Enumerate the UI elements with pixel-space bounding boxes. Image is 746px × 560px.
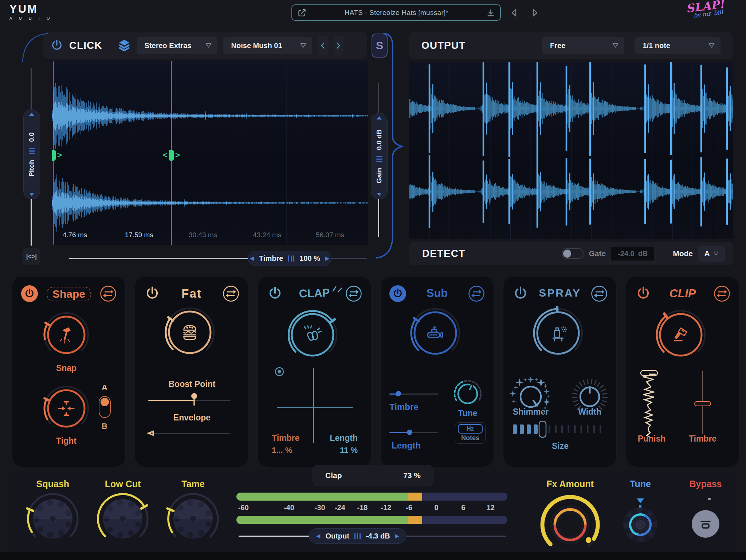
sub-length-slider[interactable] <box>389 430 438 436</box>
click-bank-value: Stereo Extras <box>145 42 192 50</box>
notes-option[interactable]: Notes <box>461 434 479 442</box>
shape-ab-toggle[interactable] <box>99 396 111 418</box>
bypass-button[interactable] <box>692 510 719 538</box>
sample-end-marker[interactable]: < > <box>171 61 172 245</box>
increment-arrow[interactable]: ▶ <box>395 533 400 539</box>
increment-arrow[interactable]: ▶ <box>325 255 330 262</box>
clip-timbre-slider[interactable] <box>694 371 712 434</box>
selected-module-readout[interactable]: Clap 73 % <box>313 465 433 486</box>
fat-swap-icon[interactable] <box>223 285 239 302</box>
preset-bar[interactable]: HATS - Stereoize Hats [mussar]* <box>291 4 501 21</box>
tune-knob[interactable] <box>619 503 662 547</box>
tight-knob[interactable] <box>42 384 91 433</box>
click-power-button[interactable] <box>50 39 63 52</box>
marker-handle[interactable] <box>52 150 56 161</box>
clap-power-button[interactable] <box>267 285 283 302</box>
mode-dropdown[interactable]: A <box>698 246 725 262</box>
fit-zoom-button[interactable]: |<>| <box>23 248 40 265</box>
clap-swap-icon[interactable] <box>345 285 362 302</box>
corner-arc-decoration <box>20 31 50 63</box>
shape-swap-icon[interactable] <box>100 285 117 302</box>
hz-notes-toggle[interactable]: Hz Notes <box>455 422 486 444</box>
sub-swap-icon[interactable] <box>468 285 485 302</box>
clip-knob[interactable] <box>653 308 708 362</box>
preset-name[interactable]: HATS - Stereoize Hats [mussar]* <box>307 9 486 17</box>
shape-power-button[interactable] <box>21 285 38 302</box>
slap-logo: SLAP! by mr. bill <box>686 0 726 19</box>
sample-prev-button[interactable] <box>318 36 328 55</box>
clip-timbre-label: Timbre <box>677 434 728 444</box>
preset-prev-button[interactable] <box>509 7 520 18</box>
output-note-dropdown[interactable]: 1/1 note <box>635 37 721 54</box>
click-waveform-display[interactable]: < > < > 4.76 ms17.59 ms30.43 ms43.24 ms5… <box>52 61 368 245</box>
gate-threshold-field[interactable]: -24.0 dB <box>611 246 655 261</box>
hz-option[interactable]: Hz <box>458 424 483 434</box>
envelope-label: Envelope <box>135 413 249 423</box>
gain-grip <box>376 156 382 162</box>
pitch-label: Pitch <box>28 160 36 176</box>
clap-knob[interactable] <box>285 308 340 362</box>
output-gain-slider[interactable]: ◀ Output -4.3 dB ▶ <box>309 528 407 544</box>
module-fat: Fat Boost Point Envelope <box>135 276 248 467</box>
meter-tick: -18 <box>357 504 368 512</box>
output-rate-dropdown[interactable]: Free <box>542 37 624 54</box>
gate-toggle[interactable] <box>562 248 584 259</box>
spray-swap-icon[interactable] <box>591 285 608 302</box>
clip-swap-icon[interactable] <box>714 285 730 302</box>
gain-slider[interactable]: Gain 0.0 dB <box>371 113 388 199</box>
clap-xy-pad[interactable] <box>272 366 356 444</box>
slider-dot-handle[interactable] <box>407 430 412 435</box>
clap-timbre-label: Timbre <box>272 433 299 443</box>
triangle-handle[interactable] <box>145 430 156 438</box>
clap-length-value: 11 % <box>340 446 358 455</box>
fx-amount-knob[interactable] <box>537 492 603 557</box>
sub-knob[interactable] <box>408 306 463 360</box>
pin-handle[interactable] <box>190 392 199 407</box>
fat-knob[interactable] <box>162 305 217 360</box>
brand-name: YUM <box>9 3 52 15</box>
gain-down-arrow[interactable] <box>377 193 382 196</box>
gate-value: -24.0 <box>618 250 635 258</box>
lowcut-knob[interactable] <box>94 490 152 548</box>
slider-dot-handle[interactable] <box>396 391 401 396</box>
decrement-arrow[interactable]: ◀ <box>250 255 254 262</box>
punish-slider[interactable] <box>636 368 667 445</box>
size-stepper[interactable] <box>511 419 610 439</box>
click-timbre-slider[interactable]: ◀ Timbre 100 % ▶ <box>248 251 331 266</box>
preset-next-button[interactable] <box>529 7 540 18</box>
sample-next-button[interactable] <box>334 36 343 55</box>
download-icon[interactable] <box>486 8 495 17</box>
decrement-arrow[interactable]: ◀ <box>316 533 321 539</box>
sub-tune-knob[interactable] <box>448 374 488 414</box>
layers-icon[interactable] <box>118 39 131 52</box>
tame-knob[interactable] <box>164 490 222 548</box>
snap-knob[interactable] <box>42 310 91 360</box>
pitch-up-arrow[interactable] <box>29 113 34 116</box>
pitch-down-arrow[interactable] <box>29 193 34 196</box>
module-sub: Sub Timbre Tune Hz Notes <box>380 276 494 467</box>
slider-pill-handle[interactable] <box>694 401 711 406</box>
marker-handle[interactable] <box>169 150 174 161</box>
fat-power-button[interactable] <box>144 285 161 302</box>
envelope-slider[interactable] <box>148 430 231 438</box>
time-label: 17.59 ms <box>125 231 153 239</box>
ab-toggle-ball[interactable] <box>101 398 109 406</box>
gate-toggle-knob[interactable] <box>563 250 571 258</box>
gate-unit: dB <box>638 250 648 258</box>
chevron-down-icon <box>708 43 715 48</box>
spray-power-button[interactable] <box>512 285 529 302</box>
squash-knob[interactable] <box>24 490 82 548</box>
pitch-slider[interactable]: Pitch 0.0 <box>23 109 40 199</box>
squash-label: Squash <box>24 479 82 489</box>
sub-power-button[interactable] <box>389 285 406 302</box>
gain-up-arrow[interactable] <box>377 116 382 120</box>
spray-knob[interactable] <box>531 306 585 360</box>
sub-timbre-slider[interactable] <box>389 391 438 398</box>
boost-point-slider[interactable] <box>148 397 231 404</box>
sample-start-marker[interactable]: < > <box>53 61 54 245</box>
share-icon[interactable] <box>297 8 307 17</box>
clip-power-button[interactable] <box>635 285 652 302</box>
gain-track-upper <box>378 83 379 113</box>
click-bank-dropdown[interactable]: Stereo Extras <box>137 37 217 54</box>
click-sample-dropdown[interactable]: Noise Mush 01 <box>223 37 312 54</box>
